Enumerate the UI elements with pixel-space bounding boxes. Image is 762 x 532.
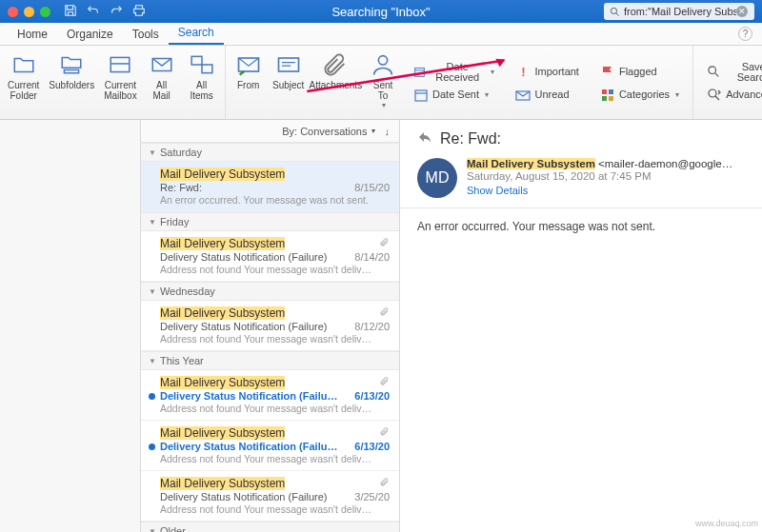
group-header[interactable]: ▼Older: [141, 522, 399, 532]
unread-button[interactable]: Unread: [510, 85, 584, 106]
date-received-button[interactable]: Date Received▾: [408, 62, 500, 83]
from-button[interactable]: From: [230, 49, 268, 117]
window-controls: [0, 7, 50, 17]
all-mail-button[interactable]: All Mail: [143, 49, 181, 117]
sort-by-label: By:: [282, 126, 297, 137]
current-folder-button[interactable]: Current Folder: [4, 49, 43, 117]
close-window-button[interactable]: [8, 7, 18, 17]
reading-subject: Re: Fwd:: [417, 129, 745, 148]
date-line: Saturday, August 15, 2020 at 7:45 PM: [467, 170, 745, 182]
message-item[interactable]: Mail Delivery SubsystemDelivery Status N…: [141, 301, 399, 351]
from-line: Mail Delivery Subsystem <mailer-daemon@g…: [467, 158, 745, 169]
message-item[interactable]: Mail Delivery SubsystemDelivery Status N…: [141, 370, 399, 421]
svg-point-17: [709, 89, 716, 97]
svg-point-0: [611, 8, 616, 13]
ribbon: Current Folder Subfolders Current Mailbo…: [0, 46, 762, 120]
reading-pane: Re: Fwd: MD Mail Delivery Subsystem <mai…: [400, 120, 762, 532]
redo-icon[interactable]: [110, 4, 123, 20]
message-item[interactable]: Mail Delivery SubsystemDelivery Status N…: [141, 231, 399, 282]
svg-rect-4: [191, 56, 202, 65]
svg-rect-5: [202, 65, 212, 73]
nav-pane[interactable]: [0, 120, 141, 532]
ribbon-group-advanced: Save Search Advanced▾: [693, 46, 762, 119]
svg-rect-13: [609, 89, 613, 94]
all-items-button[interactable]: All Items: [183, 49, 221, 117]
clear-search-icon[interactable]: ✕: [736, 6, 748, 17]
message-item[interactable]: Mail Delivery SubsystemDelivery Status N…: [141, 421, 399, 471]
sort-by-value: Conversations: [300, 126, 367, 137]
title-bar: Searching "Inbox" ✕: [0, 0, 762, 23]
print-icon[interactable]: [132, 4, 146, 20]
ribbon-group-filters: From Subject Attachments Sent To▾ Date R…: [226, 46, 693, 119]
help-icon[interactable]: ?: [738, 27, 752, 41]
content-area: By: Conversations ▾↓ ▼SaturdayMail Deliv…: [0, 120, 762, 532]
svg-rect-15: [609, 96, 613, 101]
minimize-window-button[interactable]: [24, 7, 34, 17]
attachments-button[interactable]: Attachments: [310, 49, 362, 117]
flagged-button[interactable]: Flagged: [594, 62, 685, 83]
sender-avatar: MD: [417, 158, 457, 198]
group-header[interactable]: ▼Wednesday: [141, 282, 399, 301]
save-icon[interactable]: [64, 4, 77, 20]
svg-rect-9: [415, 68, 425, 76]
svg-rect-2: [111, 57, 130, 71]
subject-button[interactable]: Subject: [270, 49, 308, 117]
svg-rect-12: [602, 89, 607, 94]
categories-button[interactable]: Categories▾: [594, 85, 685, 106]
sent-to-button[interactable]: Sent To▾: [364, 49, 402, 117]
sort-direction-icon[interactable]: ↓: [385, 126, 391, 137]
message-item[interactable]: Mail Delivery SubsystemDelivery Status N…: [141, 471, 399, 522]
tab-home[interactable]: Home: [8, 24, 57, 45]
svg-rect-10: [415, 90, 427, 101]
ribbon-tabs: Home Organize Tools Search ?: [0, 23, 762, 46]
message-list-scroll[interactable]: ▼SaturdayMail Delivery SubsystemRe: Fwd:…: [141, 143, 399, 532]
tab-tools[interactable]: Tools: [123, 24, 169, 45]
svg-rect-7: [278, 58, 298, 71]
search-input[interactable]: [624, 6, 736, 17]
ribbon-group-scope: Current Folder Subfolders Current Mailbo…: [0, 46, 226, 119]
svg-point-16: [709, 67, 716, 74]
watermark: www.deuaq.com: [695, 519, 758, 528]
group-header[interactable]: ▼Saturday: [141, 143, 399, 162]
zoom-window-button[interactable]: [40, 7, 50, 17]
reading-subject-text: Re: Fwd:: [440, 130, 501, 148]
group-header[interactable]: ▼This Year: [141, 351, 399, 370]
date-sent-button[interactable]: Date Sent▾: [408, 85, 500, 106]
svg-line-1: [616, 12, 619, 15]
tab-organize[interactable]: Organize: [57, 24, 123, 45]
svg-rect-14: [602, 96, 607, 101]
tab-search[interactable]: Search: [169, 22, 224, 45]
subfolders-button[interactable]: Subfolders: [45, 49, 98, 117]
advanced-button[interactable]: Advanced▾: [701, 85, 762, 106]
reading-body: An error occurred. Your message was not …: [400, 208, 762, 245]
reply-icon[interactable]: [417, 129, 432, 148]
list-sort-header[interactable]: By: Conversations ▾↓: [141, 120, 399, 143]
show-details-link[interactable]: Show Details: [467, 185, 745, 196]
group-header[interactable]: ▼Friday: [141, 212, 399, 231]
save-search-button[interactable]: Save Search: [701, 62, 762, 83]
current-mailbox-button[interactable]: Current Mailbox: [100, 49, 140, 117]
svg-point-8: [378, 56, 387, 65]
important-button[interactable]: !Important: [510, 62, 584, 83]
quick-access-toolbar: [64, 4, 146, 20]
message-list: By: Conversations ▾↓ ▼SaturdayMail Deliv…: [141, 120, 400, 532]
reading-from: MD Mail Delivery Subsystem <mailer-daemo…: [417, 158, 745, 198]
message-item[interactable]: Mail Delivery SubsystemRe: Fwd:8/15/20An…: [141, 162, 399, 212]
reading-header: Re: Fwd: MD Mail Delivery Subsystem <mai…: [400, 120, 762, 208]
search-field-container[interactable]: ✕: [604, 3, 754, 20]
search-icon: [610, 7, 620, 17]
undo-icon[interactable]: [87, 4, 100, 20]
